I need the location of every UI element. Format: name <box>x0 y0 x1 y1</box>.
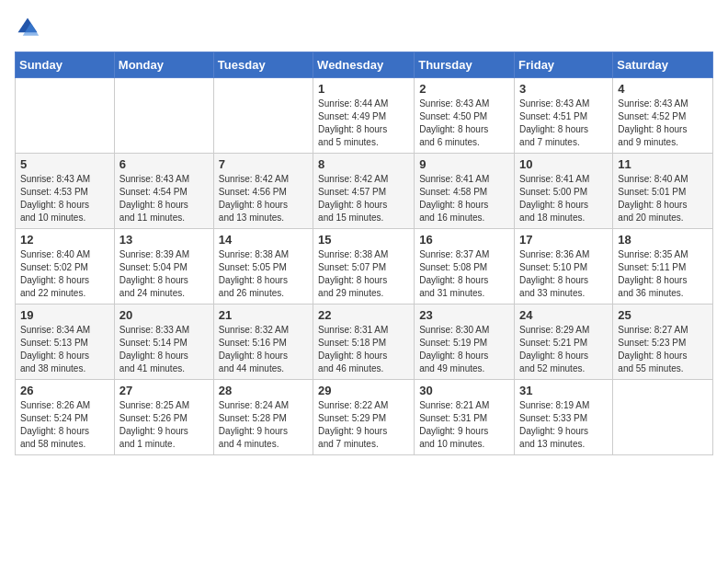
calendar-cell: 31Sunrise: 8:19 AM Sunset: 5:33 PM Dayli… <box>515 380 613 455</box>
day-info: Sunrise: 8:22 AM Sunset: 5:29 PM Dayligh… <box>318 399 409 451</box>
calendar-cell: 17Sunrise: 8:36 AM Sunset: 5:10 PM Dayli… <box>515 229 613 304</box>
calendar-cell: 16Sunrise: 8:37 AM Sunset: 5:08 PM Dayli… <box>415 229 515 304</box>
day-number: 20 <box>119 308 209 322</box>
day-info: Sunrise: 8:21 AM Sunset: 5:31 PM Dayligh… <box>419 399 509 451</box>
calendar-cell: 22Sunrise: 8:31 AM Sunset: 5:18 PM Dayli… <box>313 304 415 380</box>
calendar-cell: 2Sunrise: 8:43 AM Sunset: 4:50 PM Daylig… <box>415 78 515 154</box>
day-number: 1 <box>318 82 409 96</box>
day-info: Sunrise: 8:30 AM Sunset: 5:19 PM Dayligh… <box>419 324 509 375</box>
calendar-cell: 5Sunrise: 8:43 AM Sunset: 4:53 PM Daylig… <box>16 154 115 229</box>
calendar-cell: 12Sunrise: 8:40 AM Sunset: 5:02 PM Dayli… <box>16 229 115 304</box>
calendar-cell: 7Sunrise: 8:42 AM Sunset: 4:56 PM Daylig… <box>213 154 313 229</box>
day-info: Sunrise: 8:25 AM Sunset: 5:26 PM Dayligh… <box>119 399 209 451</box>
day-info: Sunrise: 8:38 AM Sunset: 5:07 PM Dayligh… <box>318 248 409 300</box>
day-info: Sunrise: 8:41 AM Sunset: 5:00 PM Dayligh… <box>519 173 608 224</box>
day-number: 30 <box>419 384 509 397</box>
day-info: Sunrise: 8:44 AM Sunset: 4:49 PM Dayligh… <box>318 98 409 149</box>
calendar-cell: 15Sunrise: 8:38 AM Sunset: 5:07 PM Dayli… <box>313 229 415 304</box>
day-number: 13 <box>119 233 209 247</box>
day-number: 9 <box>419 157 509 171</box>
day-number: 18 <box>618 233 708 247</box>
day-info: Sunrise: 8:43 AM Sunset: 4:50 PM Dayligh… <box>419 98 509 149</box>
day-header-sunday: Sunday <box>16 52 115 78</box>
calendar-week-3: 12Sunrise: 8:40 AM Sunset: 5:02 PM Dayli… <box>16 229 713 304</box>
calendar-cell: 1Sunrise: 8:44 AM Sunset: 4:49 PM Daylig… <box>313 78 415 154</box>
day-info: Sunrise: 8:19 AM Sunset: 5:33 PM Dayligh… <box>519 399 608 451</box>
day-info: Sunrise: 8:33 AM Sunset: 5:14 PM Dayligh… <box>119 324 209 375</box>
calendar-cell: 20Sunrise: 8:33 AM Sunset: 5:14 PM Dayli… <box>114 304 213 380</box>
calendar-cell: 23Sunrise: 8:30 AM Sunset: 5:19 PM Dayli… <box>415 304 515 380</box>
day-header-tuesday: Tuesday <box>213 52 313 78</box>
day-number: 29 <box>318 384 409 397</box>
day-number: 26 <box>20 384 109 397</box>
calendar-week-1: 1Sunrise: 8:44 AM Sunset: 4:49 PM Daylig… <box>16 78 713 154</box>
day-number: 24 <box>519 308 608 322</box>
calendar-cell <box>213 78 313 154</box>
calendar-week-4: 19Sunrise: 8:34 AM Sunset: 5:13 PM Dayli… <box>16 304 713 380</box>
calendar-cell: 29Sunrise: 8:22 AM Sunset: 5:29 PM Dayli… <box>313 380 415 455</box>
calendar-table: SundayMondayTuesdayWednesdayThursdayFrid… <box>15 52 713 455</box>
calendar-cell: 25Sunrise: 8:27 AM Sunset: 5:23 PM Dayli… <box>613 304 713 380</box>
day-number: 8 <box>318 157 409 171</box>
day-info: Sunrise: 8:35 AM Sunset: 5:11 PM Dayligh… <box>618 248 708 300</box>
calendar-cell: 4Sunrise: 8:43 AM Sunset: 4:52 PM Daylig… <box>613 78 713 154</box>
day-number: 10 <box>519 157 608 171</box>
calendar-week-2: 5Sunrise: 8:43 AM Sunset: 4:53 PM Daylig… <box>16 154 713 229</box>
calendar-cell: 3Sunrise: 8:43 AM Sunset: 4:51 PM Daylig… <box>515 78 613 154</box>
day-info: Sunrise: 8:34 AM Sunset: 5:13 PM Dayligh… <box>20 324 109 375</box>
day-number: 3 <box>519 82 608 96</box>
day-number: 12 <box>20 233 109 247</box>
day-header-thursday: Thursday <box>415 52 515 78</box>
day-number: 27 <box>119 384 209 397</box>
day-info: Sunrise: 8:42 AM Sunset: 4:57 PM Dayligh… <box>318 173 409 224</box>
day-info: Sunrise: 8:43 AM Sunset: 4:51 PM Dayligh… <box>519 98 608 149</box>
calendar-cell: 24Sunrise: 8:29 AM Sunset: 5:21 PM Dayli… <box>515 304 613 380</box>
day-number: 21 <box>219 308 308 322</box>
day-info: Sunrise: 8:38 AM Sunset: 5:05 PM Dayligh… <box>219 248 308 300</box>
day-number: 19 <box>20 308 109 322</box>
day-number: 4 <box>618 82 708 96</box>
day-info: Sunrise: 8:32 AM Sunset: 5:16 PM Dayligh… <box>219 324 308 375</box>
calendar-cell: 21Sunrise: 8:32 AM Sunset: 5:16 PM Dayli… <box>213 304 313 380</box>
day-number: 31 <box>519 384 608 397</box>
day-info: Sunrise: 8:36 AM Sunset: 5:10 PM Dayligh… <box>519 248 608 300</box>
day-info: Sunrise: 8:37 AM Sunset: 5:08 PM Dayligh… <box>419 248 509 300</box>
calendar-cell: 26Sunrise: 8:26 AM Sunset: 5:24 PM Dayli… <box>16 380 115 455</box>
logo <box>15 15 44 40</box>
logo-icon <box>15 15 40 40</box>
calendar-cell: 28Sunrise: 8:24 AM Sunset: 5:28 PM Dayli… <box>213 380 313 455</box>
calendar-cell: 19Sunrise: 8:34 AM Sunset: 5:13 PM Dayli… <box>16 304 115 380</box>
day-info: Sunrise: 8:27 AM Sunset: 5:23 PM Dayligh… <box>618 324 708 375</box>
calendar-cell: 10Sunrise: 8:41 AM Sunset: 5:00 PM Dayli… <box>515 154 613 229</box>
calendar-cell: 14Sunrise: 8:38 AM Sunset: 5:05 PM Dayli… <box>213 229 313 304</box>
day-info: Sunrise: 8:43 AM Sunset: 4:52 PM Dayligh… <box>618 98 708 149</box>
day-number: 25 <box>618 308 708 322</box>
day-number: 17 <box>519 233 608 247</box>
calendar-cell: 13Sunrise: 8:39 AM Sunset: 5:04 PM Dayli… <box>114 229 213 304</box>
day-number: 16 <box>419 233 509 247</box>
day-info: Sunrise: 8:24 AM Sunset: 5:28 PM Dayligh… <box>219 399 308 451</box>
day-info: Sunrise: 8:42 AM Sunset: 4:56 PM Dayligh… <box>219 173 308 224</box>
day-info: Sunrise: 8:26 AM Sunset: 5:24 PM Dayligh… <box>20 399 109 451</box>
day-info: Sunrise: 8:41 AM Sunset: 4:58 PM Dayligh… <box>419 173 509 224</box>
day-number: 7 <box>219 157 308 171</box>
calendar-cell <box>114 78 213 154</box>
day-info: Sunrise: 8:31 AM Sunset: 5:18 PM Dayligh… <box>318 324 409 375</box>
day-info: Sunrise: 8:43 AM Sunset: 4:54 PM Dayligh… <box>119 173 209 224</box>
day-info: Sunrise: 8:40 AM Sunset: 5:02 PM Dayligh… <box>20 248 109 300</box>
day-number: 15 <box>318 233 409 247</box>
day-number: 5 <box>20 157 109 171</box>
calendar-cell: 9Sunrise: 8:41 AM Sunset: 4:58 PM Daylig… <box>415 154 515 229</box>
calendar-cell <box>16 78 115 154</box>
day-header-wednesday: Wednesday <box>313 52 415 78</box>
day-info: Sunrise: 8:39 AM Sunset: 5:04 PM Dayligh… <box>119 248 209 300</box>
calendar-cell: 8Sunrise: 8:42 AM Sunset: 4:57 PM Daylig… <box>313 154 415 229</box>
calendar-cell: 11Sunrise: 8:40 AM Sunset: 5:01 PM Dayli… <box>613 154 713 229</box>
day-info: Sunrise: 8:40 AM Sunset: 5:01 PM Dayligh… <box>618 173 708 224</box>
day-number: 11 <box>618 157 708 171</box>
day-number: 23 <box>419 308 509 322</box>
calendar-cell: 30Sunrise: 8:21 AM Sunset: 5:31 PM Dayli… <box>415 380 515 455</box>
calendar-header-row: SundayMondayTuesdayWednesdayThursdayFrid… <box>16 52 713 78</box>
day-number: 6 <box>119 157 209 171</box>
calendar-week-5: 26Sunrise: 8:26 AM Sunset: 5:24 PM Dayli… <box>16 380 713 455</box>
